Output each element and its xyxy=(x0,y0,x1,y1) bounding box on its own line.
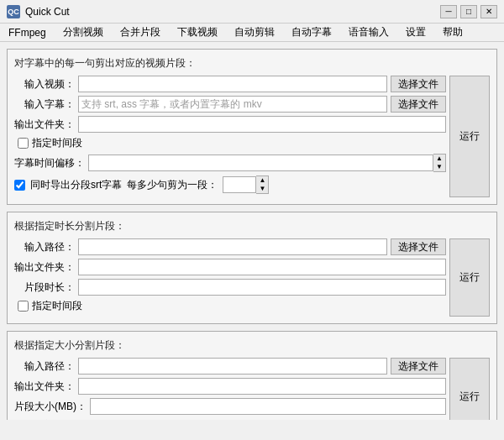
section1-video-row: 输入视频： 选择文件 xyxy=(14,76,446,92)
section-subtitle-cut: 对字幕中的每一句剪出对应的视频片段： 输入视频： 选择文件 输入字幕： 选择文件… xyxy=(7,49,497,205)
section1-subtitle-select-btn[interactable]: 选择文件 xyxy=(391,96,446,113)
section1-segments-spinbtns: ▲ ▼ xyxy=(256,175,269,194)
section2-path-select-btn[interactable]: 选择文件 xyxy=(391,238,446,255)
section3-fields: 输入路径： 选择文件 输出文件夹： 片段大小(MB)： 指定时间段 xyxy=(14,358,446,420)
section1-run-col: 运行 xyxy=(449,76,490,197)
section3-run-col: 运行 xyxy=(449,358,490,420)
section3-output-label: 输出文件夹： xyxy=(14,380,75,394)
menu-item-split-video[interactable]: 分割视频 xyxy=(55,24,112,41)
section1-offset-row: 字幕时间偏移： 0.00 ▲ ▼ xyxy=(14,154,446,172)
section2-timerange-checkbox[interactable] xyxy=(18,301,29,312)
section2-duration-row: 片段时长： xyxy=(14,279,446,296)
menu-bar: FFmpeg 分割视频 合并片段 下载视频 自动剪辑 自动字幕 语音输入 设置 … xyxy=(0,24,504,42)
section1-segments-input[interactable]: 1 xyxy=(223,176,256,193)
section3-run-button[interactable]: 运行 xyxy=(449,358,490,420)
window-title: Quick Cut xyxy=(25,6,440,18)
section1-output-input[interactable] xyxy=(78,116,446,133)
menu-item-merge-clips[interactable]: 合并片段 xyxy=(112,24,169,41)
section3-size-input[interactable] xyxy=(90,398,446,415)
section2-output-label: 输出文件夹： xyxy=(14,260,75,275)
section3-timerange-label: 指定时间段 xyxy=(32,418,82,420)
menu-item-settings[interactable]: 设置 xyxy=(397,24,434,41)
window-controls: ─ □ ✕ xyxy=(440,5,497,18)
section1-export-label: 同时导出分段srt字幕 xyxy=(30,178,122,192)
section2-run-col: 运行 xyxy=(449,238,490,317)
section1-segments-up-btn[interactable]: ▲ xyxy=(256,176,268,185)
section1-timerange-row: 指定时间段 xyxy=(14,136,446,150)
section2-fields: 输入路径： 选择文件 输出文件夹： 片段时长： 指定时间段 xyxy=(14,238,446,317)
section2-output-input[interactable] xyxy=(78,259,446,275)
section3-title: 根据指定大小分割片段： xyxy=(14,338,490,353)
section3-path-input[interactable] xyxy=(78,358,387,375)
section-size-split: 根据指定大小分割片段： 输入路径： 选择文件 输出文件夹： 片段大小(MB)： xyxy=(7,331,497,420)
section1-run-button[interactable]: 运行 xyxy=(449,76,490,197)
section1-output-row: 输出文件夹： xyxy=(14,116,446,133)
section1-subtitle-input[interactable] xyxy=(78,96,387,113)
section1-offset-spinwrap: 0.00 ▲ ▼ xyxy=(88,154,446,172)
section3-output-input[interactable] xyxy=(78,378,446,395)
close-button[interactable]: ✕ xyxy=(480,5,497,18)
section1-segments-down-btn[interactable]: ▼ xyxy=(256,185,268,193)
section1-offset-down-btn[interactable]: ▼ xyxy=(433,163,445,171)
section1-offset-up-btn[interactable]: ▲ xyxy=(433,155,445,163)
title-bar: QC Quick Cut ─ □ ✕ xyxy=(0,0,504,24)
section2-path-input[interactable] xyxy=(78,238,387,255)
section1-fields: 输入视频： 选择文件 输入字幕： 选择文件 输出文件夹： 指定时间段 xyxy=(14,76,446,197)
section1-offset-spinbtns: ▲ ▼ xyxy=(433,154,446,172)
section2-run-button[interactable]: 运行 xyxy=(449,238,490,317)
section1-title: 对字幕中的每一句剪出对应的视频片段： xyxy=(14,56,490,71)
section3-size-label: 片段大小(MB)： xyxy=(14,400,87,414)
section3-path-row: 输入路径： 选择文件 xyxy=(14,358,446,375)
maximize-button[interactable]: □ xyxy=(460,5,477,18)
menu-item-download-video[interactable]: 下载视频 xyxy=(169,24,226,41)
section3-output-row: 输出文件夹： xyxy=(14,378,446,395)
minimize-button[interactable]: ─ xyxy=(440,5,457,18)
section1-segments-spinwrap: 1 ▲ ▼ xyxy=(223,175,269,194)
section1-segments-text: 每多少句剪为一段： xyxy=(127,178,218,192)
section1-output-label: 输出文件夹： xyxy=(14,118,75,132)
menu-item-auto-edit[interactable]: 自动剪辑 xyxy=(226,24,283,41)
app-icon: QC xyxy=(7,5,20,18)
section2-path-row: 输入路径： 选择文件 xyxy=(14,238,446,255)
section1-export-row: 同时导出分段srt字幕 每多少句剪为一段： 1 ▲ ▼ xyxy=(14,175,446,194)
section2-duration-input[interactable] xyxy=(78,279,446,296)
section1-timerange-checkbox[interactable] xyxy=(18,138,29,149)
menu-item-ffmpeg[interactable]: FFmpeg xyxy=(0,24,55,41)
section3-path-label: 输入路径： xyxy=(14,359,75,374)
section2-timerange-row: 指定时间段 xyxy=(14,299,446,313)
section1-subtitle-label: 输入字幕： xyxy=(14,97,75,112)
section1-offset-label: 字幕时间偏移： xyxy=(14,156,85,170)
menu-item-auto-subtitle[interactable]: 自动字幕 xyxy=(283,24,340,41)
section3-timerange-row: 指定时间段 xyxy=(14,418,446,420)
section2-timerange-label: 指定时间段 xyxy=(32,299,82,313)
section1-video-label: 输入视频： xyxy=(14,77,75,92)
section3-size-row: 片段大小(MB)： xyxy=(14,398,446,415)
section3-path-select-btn[interactable]: 选择文件 xyxy=(391,358,446,375)
section1-subtitle-row: 输入字幕： 选择文件 xyxy=(14,96,446,113)
section-duration-split: 根据指定时长分割片段： 输入路径： 选择文件 输出文件夹： 片段时长： xyxy=(7,212,497,324)
section2-duration-label: 片段时长： xyxy=(14,280,75,295)
section1-video-select-btn[interactable]: 选择文件 xyxy=(391,76,446,92)
section2-title: 根据指定时长分割片段： xyxy=(14,219,490,233)
main-content: 对字幕中的每一句剪出对应的视频片段： 输入视频： 选择文件 输入字幕： 选择文件… xyxy=(0,42,504,420)
section1-timerange-label: 指定时间段 xyxy=(32,136,82,150)
section1-export-checkbox[interactable] xyxy=(14,180,25,191)
section2-output-row: 输出文件夹： xyxy=(14,259,446,275)
section1-offset-input[interactable]: 0.00 xyxy=(88,155,433,171)
section2-path-label: 输入路径： xyxy=(14,240,75,254)
menu-item-voice-input[interactable]: 语音输入 xyxy=(340,24,397,41)
menu-item-help[interactable]: 帮助 xyxy=(434,24,471,41)
section1-video-input[interactable] xyxy=(78,76,387,92)
